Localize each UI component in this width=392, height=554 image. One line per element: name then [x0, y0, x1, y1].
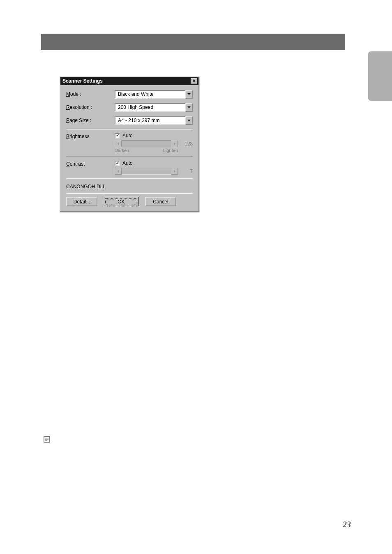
- brightness-slider-labels: Darken Lighten: [115, 148, 193, 153]
- chevron-down-icon: [185, 103, 193, 112]
- svg-marker-5: [118, 170, 119, 173]
- brightness-value: 128: [181, 141, 193, 147]
- dialog-title: Scanner Settings: [62, 78, 103, 84]
- checkbox-icon: ✓: [115, 133, 120, 138]
- scanner-settings-dialog: Scanner Settings ✕ Mode : Black and Whit…: [60, 76, 199, 212]
- svg-marker-0: [187, 93, 191, 95]
- pagesize-row: Page Size : A4 - 210 x 297 mm: [66, 115, 193, 125]
- contrast-label: Contrast: [66, 160, 115, 175]
- checkbox-icon: ✓: [115, 161, 120, 166]
- pagesize-value: A4 - 210 x 297 mm: [115, 116, 185, 125]
- arrow-right-icon: [171, 168, 178, 175]
- checkmark-icon: ✓: [116, 161, 119, 165]
- arrow-right-icon: [171, 140, 178, 147]
- brightness-slider: 128: [115, 140, 193, 147]
- checkmark-icon: ✓: [116, 134, 119, 138]
- side-tab: [368, 51, 392, 101]
- contrast-auto-checkbox[interactable]: ✓ Auto: [115, 160, 193, 166]
- mode-row: Mode : Black and White: [66, 89, 193, 99]
- mode-dropdown[interactable]: Black and White: [115, 90, 193, 99]
- divider: [66, 193, 193, 194]
- contrast-slider: 7: [115, 168, 193, 175]
- brightness-auto-label: Auto: [122, 133, 133, 138]
- resolution-dropdown[interactable]: 200 High Speed: [115, 103, 193, 112]
- contrast-auto-label: Auto: [122, 160, 133, 166]
- contrast-value: 7: [181, 169, 193, 174]
- ok-button[interactable]: OK: [104, 197, 138, 206]
- close-button[interactable]: ✕: [191, 78, 197, 84]
- dll-name: CANONGOH.DLL: [66, 182, 193, 191]
- cancel-button[interactable]: Cancel: [145, 197, 176, 206]
- button-row: Detail... OK Cancel: [66, 197, 193, 206]
- detail-button[interactable]: Detail...: [66, 197, 97, 206]
- page-number: 23: [343, 520, 351, 529]
- slider-track-middle: [122, 140, 171, 147]
- resolution-value: 200 High Speed: [115, 103, 185, 112]
- arrow-left-icon: [115, 140, 122, 147]
- brightness-label: Brightness: [66, 133, 115, 153]
- brightness-auto-checkbox[interactable]: ✓ Auto: [115, 133, 193, 138]
- mode-value: Black and White: [115, 90, 185, 99]
- divider: [66, 156, 193, 157]
- resolution-label: Resolution :: [66, 104, 115, 110]
- darken-label: Darken: [115, 148, 129, 153]
- svg-marker-4: [174, 142, 175, 145]
- header-band: [41, 34, 345, 50]
- resolution-row: Resolution : 200 High Speed: [66, 102, 193, 112]
- titlebar: Scanner Settings ✕: [60, 77, 198, 85]
- close-icon: ✕: [192, 79, 196, 83]
- mode-label: Mode :: [66, 91, 115, 97]
- contrast-section: Contrast ✓ Auto: [66, 160, 193, 175]
- svg-marker-2: [187, 120, 191, 121]
- chevron-down-icon: [185, 90, 193, 99]
- pagesize-dropdown[interactable]: A4 - 210 x 297 mm: [115, 116, 193, 125]
- dialog-body: Mode : Black and White Resolution : 200 …: [60, 85, 198, 211]
- divider: [66, 129, 193, 129]
- svg-marker-3: [118, 142, 119, 145]
- divider: [66, 178, 193, 179]
- arrow-left-icon: [115, 168, 122, 175]
- lighten-label: Lighten: [163, 148, 178, 153]
- note-icon: [43, 436, 51, 443]
- pagesize-label: Page Size :: [66, 118, 115, 123]
- brightness-section: Brightness ✓ Auto: [66, 133, 193, 153]
- svg-marker-6: [174, 170, 175, 173]
- svg-marker-1: [187, 106, 191, 108]
- chevron-down-icon: [185, 116, 193, 125]
- slider-track-middle: [122, 168, 171, 175]
- brightness-slider-track: [115, 140, 178, 147]
- contrast-slider-track: [115, 168, 178, 175]
